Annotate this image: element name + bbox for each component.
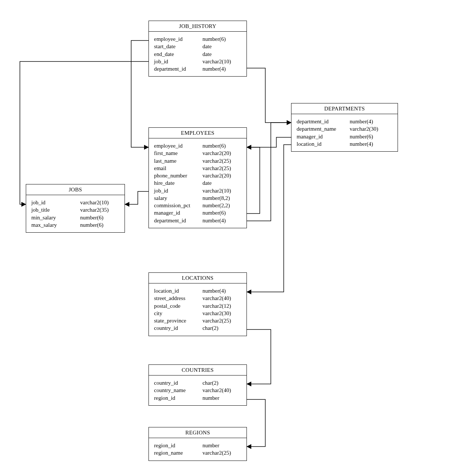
table-row: department_idnumber(4) [154, 217, 242, 224]
table-row: department_namevarchar2(30) [297, 125, 393, 133]
table-row: start_datedate [154, 43, 242, 50]
col-type: varchar2(25) [202, 317, 242, 324]
entity-countries: COUNTRIES country_idchar(2) country_name… [148, 364, 247, 406]
col-type: number(6) [80, 221, 120, 229]
col-name: phone_number [154, 172, 202, 179]
table-row: job_idvarchar2(10) [154, 187, 242, 194]
table-row: job_idvarchar2(10) [154, 58, 242, 65]
col-type: number(4) [202, 65, 242, 73]
col-type: number(8,2) [202, 194, 242, 202]
col-name: manager_id [154, 209, 202, 216]
col-type: varchar2(40) [202, 387, 242, 394]
col-name: country_name [154, 387, 202, 394]
col-name: department_id [154, 217, 202, 224]
table-row: manager_idnumber(6) [297, 133, 393, 140]
col-type: char(2) [202, 324, 242, 332]
col-type: varchar2(35) [80, 206, 120, 214]
col-type: varchar2(30) [202, 310, 242, 317]
table-row: location_idnumber(4) [154, 287, 242, 295]
col-type: date [202, 43, 242, 50]
col-name: location_id [154, 287, 202, 295]
table-row: commission_pctnumber(2,2) [154, 202, 242, 209]
col-name: location_id [297, 140, 350, 148]
col-name: employee_id [154, 35, 202, 43]
table-row: location_idnumber(4) [297, 140, 393, 148]
entity-title: EMPLOYEES [149, 128, 247, 138]
col-name: manager_id [297, 133, 350, 140]
table-row: region_idnumber [154, 442, 242, 449]
table-row: street_addressvarchar2(40) [154, 295, 242, 302]
col-type: number(4) [202, 217, 242, 224]
col-type: number(4) [350, 118, 393, 125]
table-row: department_idnumber(4) [297, 118, 393, 125]
entity-body: location_idnumber(4) street_addressvarch… [149, 283, 247, 336]
entity-title: DEPARTMENTS [291, 103, 398, 114]
entity-title: JOBS [26, 184, 125, 195]
col-name: state_province [154, 317, 202, 324]
col-name: region_id [154, 442, 202, 449]
col-name: job_id [154, 58, 202, 65]
col-type: varchar2(12) [202, 302, 242, 310]
col-name: street_address [154, 295, 202, 302]
table-row: region_idnumber [154, 394, 242, 402]
col-type: number [202, 442, 242, 449]
col-type: varchar2(40) [202, 295, 242, 302]
col-type: date [202, 179, 242, 187]
col-name: region_id [154, 394, 202, 402]
col-name: country_id [154, 324, 202, 332]
table-row: max_salarynumber(6) [31, 221, 120, 229]
entity-jobs: JOBS job_idvarchar2(10) job_titlevarchar… [26, 184, 125, 233]
col-name: department_id [154, 65, 202, 73]
entity-body: employee_idnumber(6) start_datedate end_… [149, 32, 247, 76]
table-row: employee_idnumber(6) [154, 35, 242, 43]
col-type: varchar2(30) [350, 125, 393, 133]
col-type: date [202, 50, 242, 58]
entity-title: COUNTRIES [149, 365, 247, 375]
col-type: varchar2(10) [202, 187, 242, 194]
entity-regions: REGIONS region_idnumber region_namevarch… [148, 427, 247, 461]
col-name: max_salary [31, 221, 80, 229]
entity-body: region_idnumber region_namevarchar2(25) [149, 438, 247, 461]
col-name: end_date [154, 50, 202, 58]
entity-title: REGIONS [149, 427, 247, 438]
entity-title: JOB_HISTORY [149, 21, 247, 32]
col-name: commission_pct [154, 202, 202, 209]
col-type: number(4) [350, 140, 393, 148]
col-type: varchar2(25) [202, 165, 242, 172]
entity-body: job_idvarchar2(10) job_titlevarchar2(35)… [26, 195, 125, 232]
table-row: state_provincevarchar2(25) [154, 317, 242, 324]
table-row: hire_datedate [154, 179, 242, 187]
col-type: number(6) [202, 142, 242, 149]
table-row: postal_codevarchar2(12) [154, 302, 242, 310]
table-row: emailvarchar2(25) [154, 165, 242, 172]
table-row: cityvarchar2(30) [154, 310, 242, 317]
entity-employees: EMPLOYEES employee_idnumber(6) first_nam… [148, 127, 247, 228]
col-type: varchar2(25) [202, 449, 242, 456]
entity-body: employee_idnumber(6) first_namevarchar2(… [149, 138, 247, 228]
col-name: last_name [154, 157, 202, 165]
col-name: job_id [154, 187, 202, 194]
col-name: job_title [31, 206, 80, 214]
col-type: number(4) [202, 287, 242, 295]
col-name: country_id [154, 379, 202, 387]
table-row: end_datedate [154, 50, 242, 58]
table-row: employee_idnumber(6) [154, 142, 242, 149]
table-row: min_salarynumber(6) [31, 214, 120, 221]
col-type: number(6) [80, 214, 120, 221]
entity-departments: DEPARTMENTS department_idnumber(4) depar… [291, 103, 398, 152]
col-name: department_id [297, 118, 350, 125]
table-row: department_idnumber(4) [154, 65, 242, 73]
col-name: min_salary [31, 214, 80, 221]
table-row: manager_idnumber(6) [154, 209, 242, 216]
table-row: country_namevarchar2(40) [154, 387, 242, 394]
col-name: start_date [154, 43, 202, 50]
col-type: number(6) [350, 133, 393, 140]
col-name: city [154, 310, 202, 317]
col-type: number [202, 394, 242, 402]
col-type: varchar2(10) [80, 199, 120, 206]
table-row: country_idchar(2) [154, 324, 242, 332]
col-type: number(2,2) [202, 202, 242, 209]
table-row: job_idvarchar2(10) [31, 199, 120, 206]
col-name: salary [154, 194, 202, 202]
entity-body: country_idchar(2) country_namevarchar2(4… [149, 375, 247, 405]
